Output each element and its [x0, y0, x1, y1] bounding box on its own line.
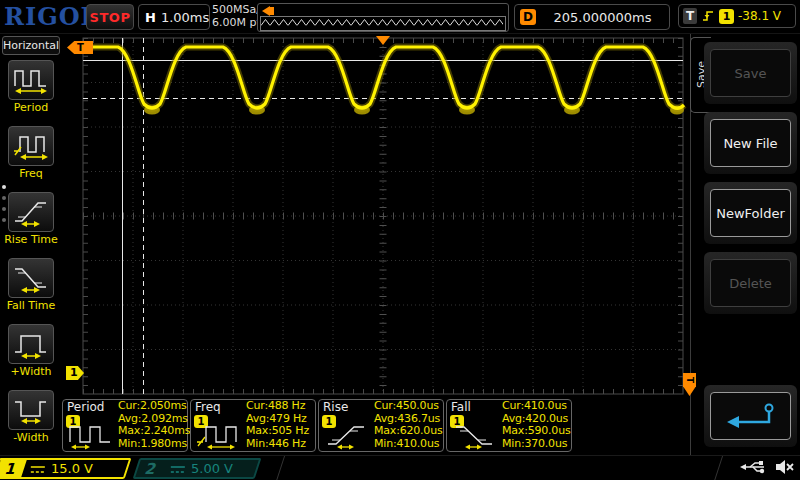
- channel-1-tab[interactable]: 1 15.0 V: [0, 458, 131, 479]
- softkey-slot: Save: [704, 42, 797, 104]
- fall-time-icon: [452, 422, 498, 450]
- meas-row: Cur:410.0us: [502, 400, 570, 413]
- softkey-slot: New File: [704, 112, 797, 174]
- trigger-display: T 1 -38.1 V: [678, 4, 796, 28]
- back-button[interactable]: [710, 392, 791, 440]
- menu-item-freq[interactable]: Freq: [0, 123, 62, 189]
- waveform-display: T 1: [62, 33, 690, 455]
- dc-coupling-icon: [30, 464, 46, 474]
- speaker-muted-icon: [775, 459, 795, 475]
- memory-waveform-overview: [260, 16, 506, 31]
- freq-icon: [196, 422, 242, 450]
- ch2-scale: 5.00 V: [191, 461, 233, 476]
- timebase-value: 1.00ms: [161, 10, 209, 25]
- save-button[interactable]: Save: [710, 49, 791, 97]
- graticule: [62, 33, 690, 455]
- memory-position-strip[interactable]: [257, 3, 509, 32]
- menu-item-rise-time[interactable]: Rise Time: [0, 189, 62, 255]
- measurement-panel-period[interactable]: Period 1 Cur:2.050ms Avg:2.092ms Max:2.2…: [62, 399, 188, 452]
- meas-row: Min:1.980ms: [118, 438, 190, 451]
- trigger-position-icon: [376, 36, 390, 45]
- fall-time-icon: [12, 262, 50, 294]
- menu-item-plus-width[interactable]: +Width: [0, 321, 62, 387]
- ch1-scale: 15.0 V: [51, 461, 93, 476]
- rise-time-icon: [324, 422, 370, 450]
- bar-divider: [696, 456, 723, 480]
- save-softkey-menu: Save Save New File NewFolder Delete: [690, 33, 800, 455]
- softkey-slot: Delete: [704, 252, 797, 314]
- new-file-button[interactable]: New File: [710, 119, 791, 167]
- memory-window-arrow-icon: [262, 6, 270, 16]
- menu-item-period[interactable]: Period: [0, 57, 62, 123]
- trigger-label: T: [683, 8, 697, 24]
- top-status-bar: RIGOL STOP H 1.00ms 500MSa/s 6.00M pts D…: [0, 0, 800, 34]
- menu-item-fall-time[interactable]: Fall Time: [0, 255, 62, 321]
- meas-row: Cur:450.0us: [374, 400, 442, 413]
- minus-width-icon: [12, 394, 50, 426]
- meas-row: Min:370.0us: [502, 438, 570, 451]
- ch1-trace: [83, 47, 684, 115]
- rising-edge-icon: [701, 8, 715, 24]
- measurement-panel-fall[interactable]: Fall 1 Cur:410.0us Avg:420.0us Max:590.0…: [446, 399, 572, 452]
- return-arrow-icon: [721, 400, 781, 432]
- delete-button[interactable]: Delete: [710, 259, 791, 307]
- measure-menu: Horizontal Period Freq Rise Time: [0, 33, 62, 455]
- delay-badge: D: [520, 9, 536, 25]
- channel-2-tab[interactable]: 2 5.00 V: [133, 458, 262, 479]
- measurement-panel-rise[interactable]: Rise 1 Cur:450.0us Avg:436.7us Max:620.0…: [318, 399, 444, 452]
- rise-time-icon: [12, 196, 50, 228]
- horizontal-timebase-display: H 1.00ms: [138, 4, 210, 30]
- delay-value: 205.000000ms: [536, 10, 669, 25]
- memory-zigzag-icon: [261, 17, 503, 28]
- period-icon: [12, 64, 50, 96]
- measure-menu-title: Horizontal: [2, 36, 60, 55]
- trigger-level-value: -38.1 V: [738, 9, 781, 23]
- measurement-panel-freq[interactable]: Freq 1 Cur:488 Hz Avg:479 Hz Max:505 Hz …: [190, 399, 316, 452]
- trigger-source-badge: 1: [719, 9, 734, 24]
- usb-icon: [739, 460, 767, 474]
- softkey-slot: NewFolder: [704, 182, 797, 244]
- freq-icon: [12, 130, 50, 162]
- delay-display: D 205.000000ms: [514, 4, 670, 30]
- rigol-logo: RIGOL: [4, 2, 98, 31]
- new-folder-button[interactable]: NewFolder: [710, 189, 791, 237]
- menu-page-dots: [2, 185, 6, 222]
- run-state-button[interactable]: STOP: [86, 4, 134, 30]
- bar-divider: [258, 456, 285, 480]
- meas-row: Cur:2.050ms: [118, 400, 190, 413]
- softkey-slot: [704, 385, 797, 447]
- menu-item-minus-width[interactable]: -Width: [0, 387, 62, 453]
- plus-width-icon: [12, 328, 50, 360]
- period-icon: [68, 422, 114, 450]
- meas-row: Cur:488 Hz: [246, 400, 309, 413]
- h-label: H: [145, 10, 156, 25]
- meas-row: Min:446 Hz: [246, 438, 309, 451]
- dc-coupling-icon: [170, 464, 186, 474]
- meas-row: Min:410.0us: [374, 438, 442, 451]
- channel-status-bar: 1 15.0 V 2 5.00 V: [0, 455, 800, 480]
